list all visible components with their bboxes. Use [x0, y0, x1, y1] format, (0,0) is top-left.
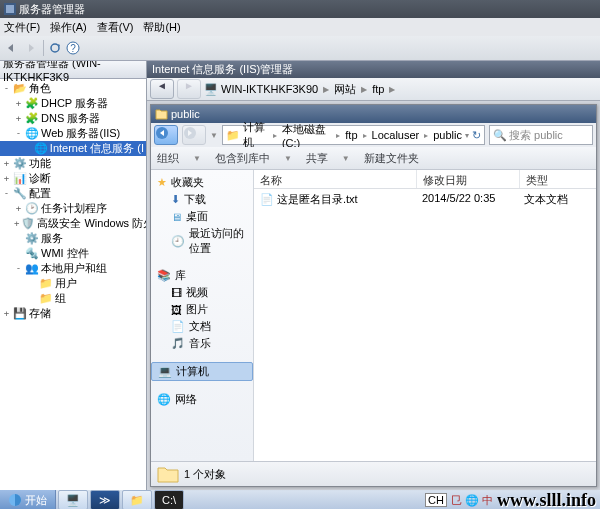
share-button[interactable]: 共享 — [306, 151, 328, 166]
fav-header[interactable]: ★收藏夹 — [151, 174, 253, 191]
server-icon: 🖥️ — [204, 83, 218, 96]
node-web[interactable]: -🌐Web 服务器(IIS) — [0, 126, 146, 141]
fwd-icon[interactable] — [23, 41, 39, 55]
app-title: 服务器管理器 — [19, 2, 85, 17]
node-dns[interactable]: +🧩DNS 服务器 — [0, 111, 146, 126]
node-groups[interactable]: 📁组 — [0, 291, 146, 306]
system-tray: CH 㔾 🌐 中 www.slll.info — [421, 490, 600, 510]
crumb-host[interactable]: WIN-IKTKHKF3K90 — [221, 83, 318, 95]
file-row[interactable]: 📄这是匿名目录.txt 2014/5/22 0:35 文本文档 — [254, 189, 596, 210]
crumb-ftp[interactable]: ftp — [372, 83, 384, 95]
help-icon[interactable]: ? — [66, 41, 80, 55]
svg-rect-1 — [6, 5, 14, 13]
node-dhcp[interactable]: +🧩DHCP 服务器 — [0, 96, 146, 111]
tree-pane: 服务器管理器 (WIN-IKTKHKF3K9 -📂角色 +🧩DHCP 服务器 +… — [0, 61, 147, 490]
crumb-sites[interactable]: 网站 — [334, 82, 356, 97]
iis-fwd-button[interactable]: ► — [177, 79, 201, 99]
ime-indicator[interactable]: CH — [425, 493, 447, 507]
col-type[interactable]: 类型 — [520, 170, 596, 188]
roles-icon: 📂 — [13, 81, 27, 96]
node-iis[interactable]: 🌐Internet 信息服务 (I — [0, 141, 146, 156]
favorites-pane: ★收藏夹 ⬇下载 🖥桌面 🕘最近访问的位置 📚库 🎞视频 🖼图片 📄文档 🎵音乐 — [151, 170, 254, 461]
node-wmi[interactable]: 🔩WMI 控件 — [0, 246, 146, 261]
iis-breadcrumb: ◄ ► 🖥️ WIN-IKTKHKF3K90▶ 网站▶ ftp▶ — [147, 78, 600, 101]
menu-bar: 文件(F) 操作(A) 查看(V) 帮助(H) — [0, 18, 600, 36]
iis-title: Internet 信息服务 (IIS)管理器 — [147, 61, 600, 78]
task-cmd[interactable]: C:\ — [154, 490, 184, 509]
new-folder-button[interactable]: 新建文件夹 — [364, 151, 419, 166]
node-diag[interactable]: +📊诊断 — [0, 171, 146, 186]
menu-view[interactable]: 查看(V) — [97, 20, 134, 35]
column-headers[interactable]: 名称 修改日期 类型 — [254, 170, 596, 189]
node-tasksched[interactable]: +🕑任务计划程序 — [0, 201, 146, 216]
node-users[interactable]: 📁用户 — [0, 276, 146, 291]
col-name[interactable]: 名称 — [254, 170, 417, 188]
svg-text:?: ? — [70, 43, 76, 54]
task-powershell[interactable]: ≫ — [90, 490, 120, 509]
explorer-toolbar: 组织▼ 包含到库中▼ 共享▼ 新建文件夹 — [151, 147, 596, 170]
iis-back-button[interactable]: ◄ — [150, 79, 174, 99]
lib-video[interactable]: 🎞视频 — [151, 284, 253, 301]
txt-icon: 📄 — [260, 193, 274, 206]
folder-icon — [155, 108, 168, 120]
node-firewall[interactable]: +🛡️高级安全 Windows 防火 — [0, 216, 146, 231]
watermark: www.slll.info — [497, 490, 596, 510]
fav-desktop[interactable]: 🖥桌面 — [151, 208, 253, 225]
start-button[interactable]: 开始 — [0, 490, 56, 509]
node-services[interactable]: ⚙️服务 — [0, 231, 146, 246]
search-icon: 🔍 — [493, 129, 507, 142]
file-list: 名称 修改日期 类型 📄这是匿名目录.txt 2014/5/22 0:35 文本… — [254, 170, 596, 461]
object-count: 1 个对象 — [184, 467, 226, 482]
explorer-titlebar[interactable]: public — [151, 105, 596, 123]
menu-file[interactable]: 文件(F) — [4, 20, 40, 35]
explorer-window: public ▼ 📁 计算机▸ 本地磁盘 (C:)▸ ftp▸ Localuse… — [150, 104, 597, 487]
task-server-manager[interactable]: 🖥️ — [58, 490, 88, 509]
exp-fwd-button[interactable] — [182, 125, 206, 145]
search-field[interactable]: 🔍 搜索 public — [489, 125, 593, 145]
computer-item[interactable]: 💻计算机 — [151, 362, 253, 381]
lib-documents[interactable]: 📄文档 — [151, 318, 253, 335]
node-roles[interactable]: -📂角色 — [0, 81, 146, 96]
include-button[interactable]: 包含到库中 — [215, 151, 270, 166]
refresh-addr-icon[interactable]: ↻ — [472, 129, 481, 142]
node-localug[interactable]: -👥本地用户和组 — [0, 261, 146, 276]
menu-help[interactable]: 帮助(H) — [143, 20, 180, 35]
exp-back-button[interactable] — [154, 125, 178, 145]
status-bar: 1 个对象 — [151, 461, 596, 486]
node-config[interactable]: -🔧配置 — [0, 186, 146, 201]
refresh-icon[interactable] — [48, 41, 62, 55]
lib-music[interactable]: 🎵音乐 — [151, 335, 253, 352]
tree-header: 服务器管理器 (WIN-IKTKHKF3K9 — [0, 61, 146, 79]
task-explorer[interactable]: 📁 — [122, 490, 152, 509]
folder-small-icon: 📁 — [226, 129, 240, 142]
address-field[interactable]: 📁 计算机▸ 本地磁盘 (C:)▸ ftp▸ Localuser▸ public… — [222, 125, 485, 145]
network-item[interactable]: 🌐网络 — [151, 391, 253, 408]
col-date[interactable]: 修改日期 — [417, 170, 520, 188]
organize-button[interactable]: 组织 — [157, 151, 179, 166]
app-title-bar: 服务器管理器 — [0, 0, 600, 18]
menu-action[interactable]: 操作(A) — [50, 20, 87, 35]
fav-downloads[interactable]: ⬇下载 — [151, 191, 253, 208]
taskbar: 开始 🖥️ ≫ 📁 C:\ CH 㔾 🌐 中 www.slll.info — [0, 490, 600, 509]
start-orb-icon — [8, 493, 22, 507]
path-bar: ▼ 📁 计算机▸ 本地磁盘 (C:)▸ ftp▸ Localuser▸ publ… — [151, 123, 596, 147]
fav-recent[interactable]: 🕘最近访问的位置 — [151, 225, 253, 257]
node-features[interactable]: +⚙️功能 — [0, 156, 146, 171]
app-icon — [4, 3, 16, 15]
node-storage[interactable]: +💾存储 — [0, 306, 146, 321]
folder-large-icon — [157, 465, 179, 483]
explorer-title: public — [171, 108, 200, 120]
svg-point-2 — [51, 44, 59, 52]
lib-header[interactable]: 📚库 — [151, 267, 253, 284]
lang-indicators[interactable]: 㔾 🌐 中 — [451, 493, 493, 508]
lib-pictures[interactable]: 🖼图片 — [151, 301, 253, 318]
back-icon[interactable] — [3, 41, 19, 55]
mmc-toolbar: ? — [0, 36, 600, 61]
search-placeholder: 搜索 public — [509, 128, 563, 143]
